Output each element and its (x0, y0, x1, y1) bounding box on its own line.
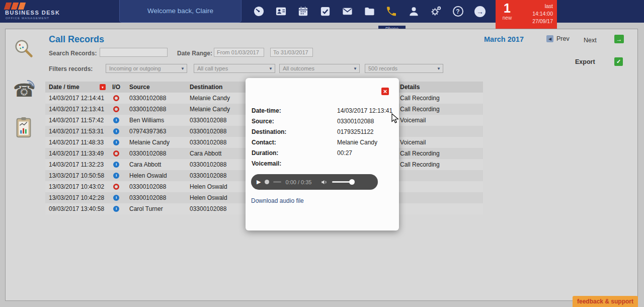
cell-datetime: 14/03/2017 11:32:23 (45, 161, 109, 168)
modal-field-value: 14/03/2017 12:13:41 (337, 107, 393, 114)
direction-filter-dropdown[interactable]: Incoming or outgoing (106, 64, 187, 73)
reports-icon[interactable] (12, 116, 36, 140)
modal-field-row: Voicemail: (252, 158, 393, 169)
cell-source: 03300102088 (126, 183, 186, 190)
modal-fields: Date-time: 14/03/2017 12:13:41 Source: 0… (252, 105, 393, 169)
export-label: Export (575, 58, 595, 65)
sort-icon[interactable] (100, 84, 106, 90)
cell-datetime: 13/03/2017 10:42:28 (45, 194, 109, 201)
cell-details: Call Recording (396, 106, 483, 113)
next-arrow-icon[interactable] (614, 35, 624, 43)
main-nav: Phone (253, 0, 486, 23)
export-checkbox[interactable] (614, 57, 623, 66)
help-icon[interactable] (452, 5, 464, 18)
contacts-icon[interactable] (275, 5, 287, 18)
modal-field-row: Source: 03300102088 (252, 116, 393, 126)
modal-field-label: Source: (252, 118, 337, 125)
notification-last-label: last (519, 3, 553, 10)
cell-datetime: 14/03/2017 11:53:31 (45, 128, 109, 135)
cell-datetime: 14/03/2017 12:13:41 (45, 106, 109, 113)
feedback-support-button[interactable]: feedback & support (573, 296, 638, 307)
call-direction-icon (113, 117, 119, 123)
cell-io (109, 173, 126, 179)
phone-icon[interactable]: Phone (385, 5, 397, 18)
cell-datetime: 13/03/2017 10:43:02 (45, 183, 109, 190)
progress-track[interactable] (273, 181, 281, 183)
cell-source: Carol Turner (126, 205, 186, 212)
cell-details: Call Recording (396, 150, 483, 157)
search-records-icon[interactable] (12, 37, 36, 61)
call-direction-icon (113, 173, 119, 179)
volume-icon[interactable] (320, 179, 328, 186)
call-direction-icon (113, 95, 119, 101)
notification-count: 1 (496, 2, 519, 15)
dashboard-icon[interactable] (253, 5, 265, 18)
cell-io (109, 139, 126, 145)
close-icon[interactable] (381, 88, 389, 95)
cell-io (109, 206, 126, 212)
call-direction-icon (113, 184, 119, 190)
cell-details: Call Recording (396, 161, 483, 168)
app-window: BUSINESS DESK OFFICE MANAGEMENT Welcome … (0, 0, 644, 307)
search-records-label: Search Records: (49, 50, 97, 57)
cell-source: Cara Abbott (126, 161, 186, 168)
modal-field-label: Destination: (252, 128, 337, 135)
column-header-datetime: Date / time (45, 84, 109, 91)
current-month-label: March 2017 (484, 35, 524, 43)
call-direction-icon (113, 195, 119, 201)
chevron-down-icon (351, 66, 359, 71)
play-icon[interactable] (257, 179, 261, 185)
cell-datetime: 14/03/2017 11:33:49 (45, 150, 109, 157)
tasks-icon[interactable] (319, 5, 331, 18)
outcomes-filter-dropdown[interactable]: All outcomes (279, 64, 360, 73)
call-direction-icon (113, 139, 119, 145)
cell-io (109, 150, 126, 157)
notification-badge[interactable]: 1 new last 14:14:00 27/09/17 (496, 0, 557, 29)
call-records-icon[interactable]: ☎ (12, 79, 36, 103)
modal-field-label: Voicemail: (252, 160, 337, 167)
seek-handle[interactable] (265, 180, 269, 184)
column-header-source: Source (126, 84, 186, 91)
mail-icon[interactable] (341, 5, 353, 18)
next-month-button[interactable]: Next (584, 35, 597, 44)
date-to-input[interactable] (270, 48, 313, 57)
call-direction-icon (113, 206, 119, 212)
page-title: Call Records (49, 34, 104, 45)
cell-datetime: 14/03/2017 11:48:33 (45, 139, 109, 146)
notification-date: 27/09/17 (519, 18, 553, 25)
modal-field-row: Destination: 01793251122 (252, 126, 393, 137)
cell-source: Melanie Candy (126, 139, 186, 146)
call-direction-icon (113, 106, 119, 112)
go-icon[interactable] (474, 5, 486, 18)
notification-new-label: new (496, 15, 519, 21)
download-audio-link[interactable]: Download audio file (251, 197, 304, 204)
modal-field-label: Date-time: (252, 107, 337, 114)
modal-field-row: Date-time: 14/03/2017 12:13:41 (252, 105, 393, 116)
call-direction-icon (113, 128, 119, 134)
playback-time: 0:00 / 0:35 (285, 179, 311, 185)
profile-icon[interactable] (408, 5, 420, 18)
record-count-dropdown[interactable]: 500 records (365, 64, 443, 73)
cell-source: 03300102088 (126, 194, 186, 201)
prev-month-button[interactable]: Prev (546, 35, 570, 42)
date-from-input[interactable] (214, 48, 264, 57)
logo-subtitle: OFFICE MANAGEMENT (6, 17, 49, 20)
settings-icon[interactable] (430, 5, 442, 18)
volume-slider[interactable] (332, 181, 353, 183)
folder-icon[interactable] (363, 5, 375, 18)
cell-io (109, 184, 126, 190)
cell-details: Call Recording (396, 95, 483, 102)
calendar-icon[interactable] (297, 5, 309, 18)
cell-source: Helen Oswald (126, 172, 186, 179)
call-types-filter-dropdown[interactable]: All call types (194, 64, 275, 73)
welcome-message: Welcome back, Claire (119, 0, 242, 23)
top-navbar: BUSINESS DESK OFFICE MANAGEMENT Welcome … (0, 0, 644, 23)
cell-datetime: 13/03/2017 10:50:58 (45, 172, 109, 179)
search-input[interactable] (100, 48, 168, 57)
volume-handle[interactable] (349, 179, 355, 185)
cell-io (109, 195, 126, 201)
cell-datetime: 09/03/2017 13:40:58 (45, 205, 109, 212)
cell-io (109, 128, 126, 134)
app-logo: BUSINESS DESK OFFICE MANAGEMENT (4, 1, 115, 23)
cell-source: Ben Williams (126, 117, 186, 124)
